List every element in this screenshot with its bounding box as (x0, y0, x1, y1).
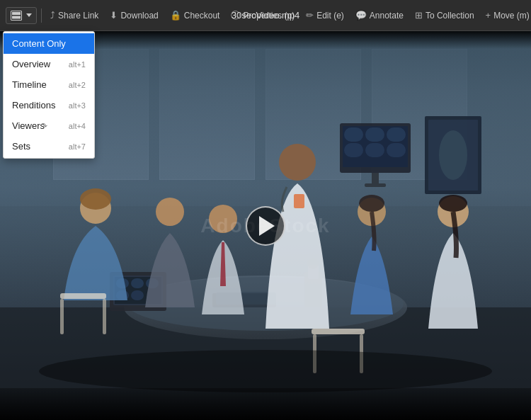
dropdown-item-renditions[interactable]: Renditions alt+3 (4, 95, 94, 115)
svg-point-27 (279, 144, 316, 181)
download-button[interactable]: ⬇ Download (105, 7, 162, 23)
download-icon: ⬇ (110, 10, 118, 21)
annotate-button[interactable]: 💬 Annotate (351, 7, 408, 23)
svg-rect-36 (312, 329, 365, 334)
checkout-label: Checkout (184, 11, 220, 21)
annotate-label: Annotate (370, 11, 404, 21)
bottom-bar (0, 388, 531, 420)
move-label: Move (m) (493, 11, 530, 21)
svg-rect-10 (131, 278, 144, 288)
share-link-button[interactable]: ⤴ Share Link (46, 7, 103, 23)
collection-icon: ⊞ (415, 10, 423, 21)
svg-point-24 (156, 198, 184, 226)
svg-rect-33 (60, 293, 106, 299)
view-selector-button[interactable] (6, 7, 37, 24)
svg-point-49 (39, 350, 492, 392)
svg-rect-47 (372, 173, 379, 183)
checkout-button[interactable]: 🔒 Checkout (166, 7, 224, 23)
svg-rect-48 (365, 183, 386, 187)
edit-button[interactable]: ✏ Edit (e) (302, 7, 348, 23)
view-dropdown-menu: Content Only Overview alt+1 Timeline alt… (3, 31, 95, 159)
svg-point-16 (439, 130, 467, 180)
play-icon (259, 216, 275, 236)
toolbar: ⤴ Share Link ⬇ Download 🔒 Checkout ⓘ Pro… (0, 0, 531, 31)
dropdown-item-sets[interactable]: Sets alt+7 (4, 136, 94, 157)
svg-point-30 (359, 195, 384, 212)
share-link-label: Share Link (58, 11, 98, 21)
dropdown-item-viewers[interactable]: Viewers ↷ alt+4 (4, 115, 94, 136)
svg-rect-45 (365, 143, 384, 157)
asset-title: 30secVideo.mp4 (232, 10, 300, 21)
svg-rect-1 (12, 16, 21, 18)
svg-rect-35 (103, 299, 106, 334)
svg-rect-43 (387, 127, 406, 142)
to-collection-button[interactable]: ⊞ To Collection (411, 7, 479, 23)
svg-rect-13 (131, 290, 144, 300)
layout-icon (11, 11, 22, 21)
move-icon: + (486, 10, 491, 21)
edit-label: Edit (e) (316, 11, 344, 21)
lock-icon: 🔒 (170, 10, 181, 21)
svg-point-32 (439, 195, 467, 212)
move-button[interactable]: + Move (m) (481, 7, 531, 23)
viewers-cursor: ↷ (40, 121, 47, 131)
svg-rect-42 (365, 127, 384, 142)
svg-rect-46 (387, 143, 406, 157)
svg-rect-0 (12, 12, 21, 15)
share-icon: ⤴ (50, 10, 55, 21)
dropdown-item-content-only[interactable]: Content Only (4, 33, 94, 54)
play-button[interactable] (246, 206, 285, 246)
toolbar-divider (41, 8, 42, 23)
pencil-icon: ✏ (306, 10, 314, 21)
download-label: Download (120, 11, 158, 21)
svg-rect-34 (60, 299, 64, 334)
to-collection-label: To Collection (426, 11, 474, 21)
svg-rect-44 (344, 143, 363, 157)
svg-point-23 (80, 188, 111, 210)
dropdown-item-timeline[interactable]: Timeline alt+2 (4, 74, 94, 95)
svg-rect-41 (344, 127, 363, 142)
dropdown-item-overview[interactable]: Overview alt+1 (4, 54, 94, 74)
annotate-icon: 💬 (355, 10, 367, 21)
svg-point-25 (209, 205, 237, 233)
chevron-down-icon (26, 13, 32, 17)
svg-rect-28 (294, 194, 304, 208)
